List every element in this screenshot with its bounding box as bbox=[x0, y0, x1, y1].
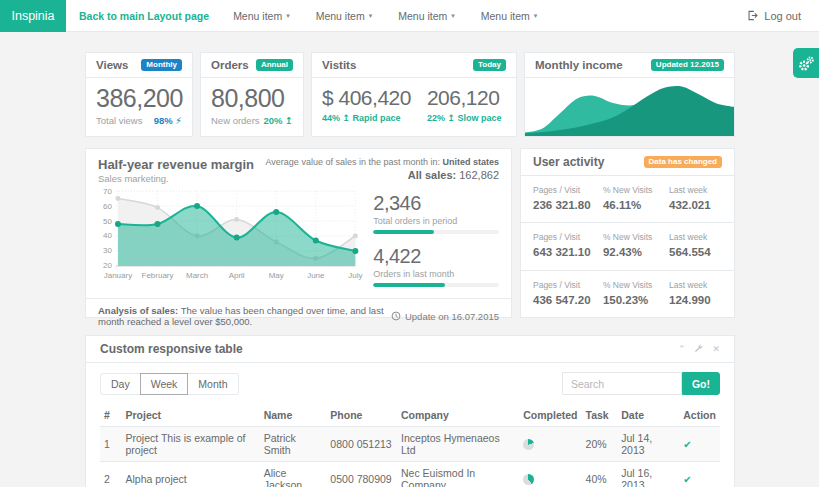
last-week-value: 432.021 bbox=[669, 199, 722, 211]
completion-pie-icon bbox=[523, 474, 534, 485]
activity-row: Pages / Visit 643 321.10 % New Visits 92… bbox=[521, 223, 734, 270]
user-activity-panel: User activity Data has changed Pages / V… bbox=[520, 148, 735, 318]
orders-delta: 20% ↥ bbox=[263, 115, 293, 126]
orders-last-month-value: 4,422 bbox=[373, 245, 499, 268]
menu-item-4[interactable]: Menu item ▾ bbox=[481, 10, 538, 22]
top-navbar: Inspinia Back to main Layout page Menu i… bbox=[0, 0, 819, 32]
filter-week-button[interactable]: Week bbox=[140, 373, 189, 395]
sign-out-icon bbox=[747, 10, 758, 21]
pages-per-visit-value: 436 547.20 bbox=[533, 294, 603, 306]
new-visits-value: 46.11% bbox=[603, 199, 669, 211]
wrench-icon[interactable] bbox=[694, 344, 703, 355]
projects-table: # Project Name Phone Company Completed T… bbox=[100, 404, 720, 487]
visits-card-title: Vistits bbox=[322, 59, 356, 71]
svg-text:January: January bbox=[104, 271, 132, 280]
search-go-button[interactable]: Go! bbox=[682, 372, 720, 395]
svg-text:30: 30 bbox=[103, 246, 112, 255]
analysis-of-sales-text: Analysis of sales: The value has been ch… bbox=[98, 305, 391, 327]
brand-logo[interactable]: Inspinia bbox=[0, 0, 66, 32]
search-input[interactable] bbox=[562, 372, 682, 395]
cell-name: Alice Jackson bbox=[260, 462, 327, 487]
table-panel-title: Custom responsive table bbox=[100, 342, 243, 356]
svg-text:July: July bbox=[348, 271, 362, 280]
svg-text:20: 20 bbox=[103, 261, 112, 270]
check-icon[interactable]: ✔ bbox=[683, 474, 691, 485]
page-content: Views Monthly 386,200 Total views 98% ⚡ bbox=[85, 52, 735, 487]
stat-cards-row: Views Monthly 386,200 Total views 98% ⚡ bbox=[85, 52, 735, 137]
views-card-title: Views bbox=[96, 59, 128, 71]
level-up-icon: ↥ bbox=[285, 115, 293, 126]
views-card: Views Monthly 386,200 Total views 98% ⚡ bbox=[85, 52, 193, 137]
svg-text:40: 40 bbox=[103, 231, 112, 240]
collapse-icon[interactable]: ⌃ bbox=[678, 345, 686, 354]
pages-per-visit-value: 236 321.80 bbox=[533, 199, 603, 211]
svg-text:February: February bbox=[142, 271, 174, 280]
check-icon[interactable]: ✔ bbox=[683, 439, 691, 450]
average-sales-text: Average value of sales in the past month… bbox=[266, 157, 499, 167]
table-row: 2 Alpha project Alice Jackson 0500 78090… bbox=[100, 462, 720, 487]
level-up-icon: ↥ bbox=[343, 113, 351, 123]
visits-right-stat: 206,120 22% ↥ Slow pace bbox=[427, 84, 502, 132]
all-sales-text: All sales: 162,862 bbox=[266, 169, 499, 181]
chevron-down-icon: ▾ bbox=[286, 12, 290, 20]
clock-icon bbox=[391, 311, 401, 321]
cell-num: 1 bbox=[100, 427, 122, 462]
cell-num: 2 bbox=[100, 462, 122, 487]
cell-task: 20% bbox=[582, 427, 618, 462]
revenue-panel-title: Half-year revenue margin bbox=[98, 157, 254, 172]
filter-day-button[interactable]: Day bbox=[100, 373, 141, 395]
orders-last-month-label: Orders in last month bbox=[373, 269, 499, 279]
close-icon[interactable]: ✕ bbox=[712, 345, 720, 354]
activity-row: Pages / Visit 236 321.80 % New Visits 46… bbox=[521, 176, 734, 223]
cell-phone: 0800 051213 bbox=[326, 427, 397, 462]
filter-month-button[interactable]: Month bbox=[187, 373, 238, 395]
cell-project: Project This is example of project bbox=[122, 427, 260, 462]
gears-icon bbox=[798, 55, 815, 72]
chevron-down-icon: ▾ bbox=[534, 12, 538, 20]
revenue-panel: Half-year revenue margin Sales marketing… bbox=[85, 148, 512, 318]
updated-badge: Updated 12.2015 bbox=[651, 59, 724, 71]
income-card-title: Monthly income bbox=[535, 59, 623, 71]
visits-card: Vistits Today $ 406,420 44% ↥ Rapid pace… bbox=[311, 52, 517, 137]
menu-item-1[interactable]: Menu item ▾ bbox=[233, 10, 290, 22]
middle-row: Half-year revenue margin Sales marketing… bbox=[85, 148, 735, 318]
cell-task: 40% bbox=[582, 462, 618, 487]
last-week-value: 124.990 bbox=[669, 294, 722, 306]
completion-pie-icon bbox=[523, 439, 534, 450]
cell-project: Alpha project bbox=[122, 462, 260, 487]
orders-card-title: Orders bbox=[211, 59, 249, 71]
level-up-icon: ↥ bbox=[447, 113, 455, 123]
menu-item-3[interactable]: Menu item ▾ bbox=[398, 10, 455, 22]
back-to-layout-link[interactable]: Back to main Layout page bbox=[79, 10, 209, 22]
activity-row: Pages / Visit 436 547.20 % New Visits 15… bbox=[521, 271, 734, 317]
custom-table-panel: Custom responsive table ⌃ ✕ Day Week bbox=[85, 335, 735, 487]
monthly-badge: Monthly bbox=[141, 59, 182, 71]
annual-badge: Annual bbox=[256, 59, 293, 71]
monthly-income-chart bbox=[525, 79, 734, 136]
cell-name: Patrick Smith bbox=[260, 427, 327, 462]
svg-text:50: 50 bbox=[103, 217, 112, 226]
new-visits-value: 150.23% bbox=[603, 294, 669, 306]
orders-in-period-progress bbox=[373, 230, 499, 234]
visits-left-delta: 44% ↥ Rapid pace bbox=[322, 113, 411, 123]
menu-item-2[interactable]: Menu item ▾ bbox=[316, 10, 373, 22]
svg-text:April: April bbox=[229, 271, 245, 280]
cell-company: Nec Euismod In Company bbox=[397, 462, 519, 487]
today-badge: Today bbox=[473, 59, 506, 71]
cell-completed bbox=[519, 427, 581, 462]
logout-button[interactable]: Log out bbox=[747, 10, 801, 22]
cell-company: Inceptos Hymenaeos Ltd bbox=[397, 427, 519, 462]
pages-per-visit-value: 643 321.10 bbox=[533, 246, 603, 258]
cell-phone: 0500 780909 bbox=[326, 462, 397, 487]
svg-text:May: May bbox=[269, 271, 284, 280]
orders-value: 80,800 bbox=[211, 84, 293, 113]
visits-left-value: $ 406,420 bbox=[322, 84, 411, 111]
visits-right-delta: 22% ↥ Slow pace bbox=[427, 113, 502, 123]
main-menu: Menu item ▾ Menu item ▾ Menu item ▾ Menu… bbox=[233, 10, 537, 22]
orders-label: New orders bbox=[211, 115, 260, 126]
theme-config-button[interactable] bbox=[793, 48, 819, 78]
table-header-row: # Project Name Phone Company Completed T… bbox=[100, 404, 720, 427]
cell-date: Jul 16, 2013 bbox=[617, 462, 679, 487]
user-activity-title: User activity bbox=[533, 155, 604, 169]
revenue-line-chart: 203040506070JanuaryFebruaryMarchAprilMay… bbox=[98, 186, 373, 286]
